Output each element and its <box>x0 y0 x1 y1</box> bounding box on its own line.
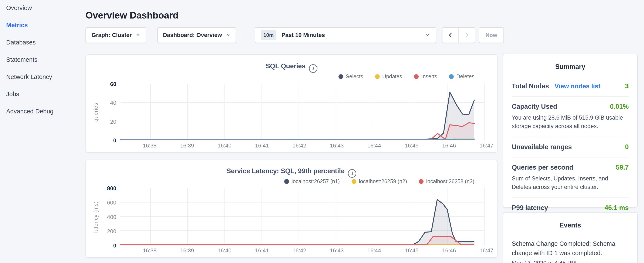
step-forward-button[interactable] <box>459 28 475 43</box>
x-tick-label: 16:42 <box>292 142 306 149</box>
view-nodes-list-link[interactable]: View nodes list <box>554 83 600 90</box>
summary-row-label: Capacity Used <box>512 103 557 110</box>
summary-row-subtext: Sum of Selects, Updates, Inserts, and De… <box>512 174 629 191</box>
chevron-down-icon <box>136 33 140 37</box>
time-step-buttons <box>442 27 475 43</box>
service-latency-chart-card: Service Latency: SQL, 99th percentilei l… <box>86 160 498 258</box>
y-tick-label: 40 <box>86 100 116 106</box>
page-title: Overview Dashboard <box>86 10 178 21</box>
sidebar-item-network-latency[interactable]: Network Latency <box>6 74 85 80</box>
sidebar-item-metrics[interactable]: Metrics <box>6 22 85 28</box>
sidebar-item-jobs[interactable]: Jobs <box>6 91 85 97</box>
chevron-down-icon <box>425 33 430 38</box>
y-tick-label: 60 <box>86 81 116 87</box>
x-tick-label: 16:38 <box>143 142 156 149</box>
x-tick-label: 16:41 <box>255 142 269 149</box>
chart-canvas[interactable] <box>86 160 497 257</box>
y-tick-label: 800 <box>86 185 116 192</box>
summary-row-label: Queries per second <box>512 164 573 171</box>
sql-queries-chart-card: SQL Queriesi SelectsUpdatesInsertsDelete… <box>86 54 498 153</box>
x-tick-label: 16:39 <box>180 247 194 254</box>
x-tick-label: 16:42 <box>292 247 306 254</box>
sidebar: Overview Metrics Databases Statements Ne… <box>0 0 85 125</box>
now-button[interactable]: Now <box>479 27 504 43</box>
now-button-label: Now <box>486 32 497 39</box>
x-tick-label: 16:43 <box>330 247 344 254</box>
x-tick-label: 16:43 <box>330 142 344 149</box>
y-tick-label: 20 <box>86 118 116 125</box>
dashboard-dropdown[interactable]: Dashboard: Overview <box>157 27 236 43</box>
chart-canvas[interactable] <box>86 55 497 152</box>
dashboard-label: Dashboard: Overview <box>163 32 222 39</box>
summary-title: Summary <box>503 63 637 71</box>
summary-row-unavailable-ranges: Unavailable ranges 0 <box>512 137 629 157</box>
event-timestamp: May 13, 2020 at 4:45 PM <box>512 260 629 263</box>
summary-row-value: 3 <box>625 82 629 90</box>
y-tick-label: 0 <box>86 137 116 144</box>
y-tick-label: 200 <box>86 228 116 234</box>
y-tick-label: 0 <box>86 242 116 249</box>
event-item[interactable]: Schema Change Completed: Schema change w… <box>512 239 629 258</box>
summary-row-subtext: You are using 28.6 MiB of 515.9 GiB usab… <box>512 113 629 130</box>
y-tick-label: 600 <box>86 199 116 206</box>
x-tick-label: 16:45 <box>404 142 418 149</box>
x-tick-label: 16:47 <box>480 142 493 149</box>
summary-row-label: Unavailable ranges <box>512 143 572 151</box>
x-tick-label: 16:39 <box>180 142 194 149</box>
sidebar-item-overview[interactable]: Overview <box>6 5 85 11</box>
header-divider <box>247 27 247 43</box>
x-tick-label: 16:40 <box>218 142 231 149</box>
overview-dashboard-page: Overview Metrics Databases Statements Ne… <box>0 0 644 263</box>
summary-row-value: 0 <box>625 143 629 151</box>
x-tick-label: 16:46 <box>442 142 456 149</box>
x-tick-label: 16:41 <box>255 247 269 254</box>
summary-row-value: 59.7 <box>616 164 629 171</box>
y-tick-label: 400 <box>86 214 116 220</box>
summary-row-capacity-used: Capacity Used 0.01% You are using 28.6 M… <box>512 97 629 137</box>
x-tick-label: 16:38 <box>143 247 156 254</box>
x-tick-label: 16:44 <box>367 142 381 149</box>
sidebar-item-advanced-debug[interactable]: Advanced Debug <box>6 108 85 114</box>
sidebar-item-statements[interactable]: Statements <box>6 56 85 63</box>
graph-scope-dropdown[interactable]: Graph: Cluster <box>86 27 146 43</box>
events-body: Schema Change Completed: Schema change w… <box>503 239 637 263</box>
summary-row-label: P99 latency <box>512 204 548 212</box>
summary-row-value: 46.1 ms <box>604 204 629 212</box>
step-back-button[interactable] <box>442 28 458 43</box>
events-title: Events <box>503 221 637 229</box>
sidebar-item-databases[interactable]: Databases <box>6 39 85 46</box>
summary-row-total-nodes: Total Nodes View nodes list 3 <box>512 76 629 97</box>
x-tick-label: 16:47 <box>480 247 493 254</box>
graph-scope-label: Graph: Cluster <box>92 32 132 39</box>
y-axis-title: queries <box>93 103 99 122</box>
x-tick-label: 16:45 <box>404 247 418 254</box>
events-panel: Events Schema Change Completed: Schema c… <box>503 212 638 263</box>
summary-panel: Summary Total Nodes View nodes list 3 Ca… <box>503 54 638 208</box>
chevron-down-icon <box>226 33 230 37</box>
time-range-label: Past 10 Minutes <box>282 32 325 39</box>
y-axis-title: latency (ms) <box>93 201 99 233</box>
x-tick-label: 16:44 <box>367 247 381 254</box>
time-range-badge: 10m <box>261 30 276 40</box>
time-range-select[interactable]: 10m Past 10 Minutes <box>255 27 436 43</box>
x-tick-label: 16:46 <box>442 247 456 254</box>
summary-row-queries-per-second: Queries per second 59.7 Sum of Selects, … <box>512 157 629 198</box>
summary-body: Total Nodes View nodes list 3 Capacity U… <box>503 76 637 218</box>
summary-row-value: 0.01% <box>610 103 629 110</box>
x-tick-label: 16:40 <box>218 247 231 254</box>
summary-row-label: Total Nodes <box>512 82 549 90</box>
